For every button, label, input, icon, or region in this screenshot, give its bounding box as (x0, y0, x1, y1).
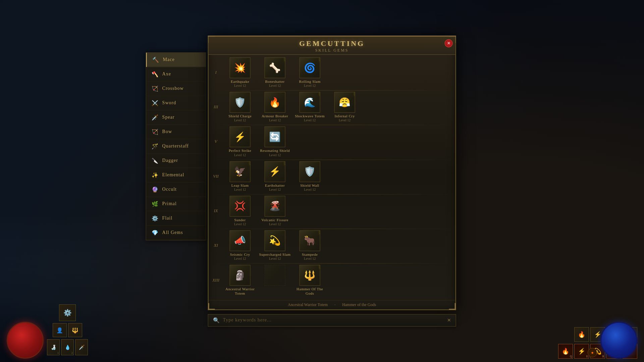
status-orb: ● (588, 348, 597, 357)
gem-cell-VII-0[interactable]: 🦅!Leap SlamLevel 12 (223, 161, 257, 191)
top-skill-1[interactable]: 🔥 (574, 327, 589, 342)
sidebar-item-dagger[interactable]: 🔪 Dagger (146, 154, 206, 168)
sidebar-item-crossbow[interactable]: 🏹 Crossbow (146, 81, 206, 96)
gem-cell-III-0[interactable]: 🛡️Shield ChargeLevel 12 (223, 92, 257, 122)
gem-icon-I-1: 🦴! (265, 57, 285, 78)
gem-icon-III-1: 🔥 (265, 92, 285, 113)
hud-bottom: ⚙️ 👤 🔱 🍶1 💧2 🗡️ 🔥 ⚡ 💀 🌀 🔥Q ⚡E 💫R 🌊T 🗡️ (0, 322, 644, 362)
quarterstaff-icon: 🪄 (152, 142, 159, 150)
gem-icon-III-2: 🌊! (300, 92, 320, 113)
gem-cell-VII-2[interactable]: 🛡️Shield WallLevel 12 (293, 161, 327, 191)
panel-subtitle: Skill Gems (209, 48, 455, 53)
row-label-XIII: XIII (210, 278, 222, 283)
skill-row-V: V⚡Perfect StrikeLevel 12🔄Resonating Shie… (210, 125, 454, 158)
gem-level-V-1: Level 12 (269, 153, 281, 157)
row-label-III: III (210, 105, 222, 110)
sidebar-item-occult[interactable]: 🔮 Occult (146, 182, 206, 197)
sidebar-item-flail[interactable]: ⚙️ Flail (146, 211, 206, 226)
gem-level-I-0: Level 12 (234, 84, 246, 87)
gem-icon-IX-0: 💢 (230, 196, 251, 217)
search-clear-button[interactable]: ✕ (447, 317, 451, 323)
gem-name-XI-0: Seismic Cry (230, 252, 250, 257)
gem-cell-I-0[interactable]: 💥EarthquakeLevel 12 (223, 57, 257, 87)
gem-cell-V-0[interactable]: ⚡Perfect StrikeLevel 12 (223, 127, 257, 157)
row-label-IX: IX (210, 208, 222, 214)
center-slot-3[interactable]: 🔱 (68, 323, 82, 337)
gem-cell-XIII-2[interactable]: 🔱!Hammer of the Gods (293, 265, 327, 296)
gem-name-XIII-2: Hammer of the Gods (293, 287, 327, 296)
sidebar-label-primal: Primal (162, 201, 177, 206)
skill-e[interactable]: ⚡E (574, 344, 589, 359)
gem-level-VII-2: Level 12 (304, 188, 316, 191)
close-button[interactable]: ✕ (445, 39, 453, 47)
crossbow-icon: 🏹 (152, 85, 159, 92)
gem-level-V-0: Level 12 (234, 153, 246, 157)
gem-name-I-2: Rolling Slam (299, 79, 320, 84)
gem-icon-XI-0: 📣 (230, 230, 251, 251)
gem-cell-I-2[interactable]: 🌀!Rolling SlamLevel 12 (293, 57, 327, 87)
search-input[interactable] (223, 317, 444, 323)
gem-cell-I-1[interactable]: 🦴!BoneshatterLevel 12 (258, 57, 292, 87)
sidebar-item-elemental[interactable]: ✨ Elemental (146, 168, 206, 182)
gem-cell-XI-1[interactable]: 💫Supercharged SlamLevel 12 (258, 230, 292, 260)
gem-name-I-1: Boneshatter (265, 79, 285, 84)
sidebar-label-occult: Occult (162, 187, 177, 192)
gem-cell-III-2[interactable]: 🌊!Shockwave TotemLevel 12 (293, 92, 327, 122)
item-slot-3[interactable]: 🗡️ (75, 339, 88, 355)
gem-name-VII-0: Leap Slam (231, 183, 249, 188)
gem-cell-XIII-0[interactable]: 🗿Ancestral Warrior Totem (223, 265, 257, 296)
weapon-sidebar: 🔨 Mace 🪓 Axe 🏹 Crossbow ⚔️ Sword 🗡️ Spea… (146, 52, 206, 240)
skill-q[interactable]: 🔥Q (558, 344, 573, 359)
gem-level-I-1: Level 12 (269, 84, 281, 87)
sidebar-label-elemental: Elemental (162, 172, 184, 178)
sidebar-item-primal[interactable]: 🌿 Primal (146, 197, 206, 211)
item-slots: 🍶1 💧2 🗡️ (47, 339, 88, 355)
gem-name-III-0: Shield Charge (228, 114, 252, 118)
row-cells-VII: 🦅!Leap SlamLevel 12⚡!EarthshatterLevel 1… (222, 160, 454, 193)
gem-exclaim-icon: ! (284, 161, 285, 166)
gem-exclaim-icon: ! (354, 92, 355, 97)
bottom-label-1: Ancestral Warrior Totem (288, 302, 328, 307)
gems-area[interactable]: I💥EarthquakeLevel 12🦴!BoneshatterLevel 1… (209, 55, 455, 300)
center-slot-2[interactable]: 👤 (53, 323, 67, 337)
gem-cell-VII-1[interactable]: ⚡!EarthshatterLevel 12 (258, 161, 292, 191)
gem-cell-XI-2[interactable]: 🐂!StampedeLevel 12 (293, 230, 327, 260)
sword-icon: ⚔️ (152, 99, 159, 107)
sidebar-item-all-gems[interactable]: 💎 All Gems (146, 226, 206, 240)
health-orb (7, 322, 44, 359)
gem-cell-IX-0[interactable]: 💢SunderLevel 12 (223, 196, 257, 226)
gem-level-IX-1: Level 12 (269, 222, 281, 226)
sidebar-label-all-gems: All Gems (162, 230, 183, 235)
axe-icon: 🪓 (152, 70, 159, 78)
bow-icon: 🏹 (152, 128, 159, 135)
hud-right: 🔥 ⚡ 💀 🌀 🔥Q ⚡E 💫R 🌊T 🗡️ ● (558, 327, 637, 359)
item-slot-1[interactable]: 🍶1 (47, 339, 60, 355)
item-slot-2[interactable]: 💧2 (61, 339, 74, 355)
gem-level-VII-0: Level 12 (234, 188, 246, 191)
sidebar-item-bow[interactable]: 🏹 Bow (146, 125, 206, 139)
sidebar-item-axe[interactable]: 🪓 Axe (146, 67, 206, 81)
panel-title: Gemcutting (209, 39, 455, 48)
sidebar-item-quarterstaff[interactable]: 🪄 Quarterstaff (146, 139, 206, 154)
sidebar-item-mace[interactable]: 🔨 Mace (146, 53, 206, 67)
gem-cell-III-3[interactable]: 😤!Infernal CryLevel 12 (328, 92, 362, 122)
sidebar-label-flail: Flail (162, 216, 173, 221)
gem-cell-XI-0[interactable]: 📣Seismic CryLevel 12 (223, 230, 257, 260)
center-slots: 👤 🔱 (53, 323, 82, 337)
elemental-icon: ✨ (152, 171, 159, 179)
search-bar: 🔍 ✕ (208, 314, 456, 326)
row-cells-III: 🛡️Shield ChargeLevel 12🔥Armour BreakerLe… (222, 90, 454, 123)
gem-cell-V-1[interactable]: 🔄Resonating ShieldLevel 12 (258, 127, 292, 157)
sidebar-item-spear[interactable]: 🗡️ Spear (146, 110, 206, 125)
sidebar-label-mace: Mace (163, 57, 175, 62)
sidebar-label-axe: Axe (162, 71, 171, 77)
gemcutting-panel: Gemcutting Skill Gems ✕ I💥EarthquakeLeve… (208, 36, 456, 310)
center-slot-1[interactable]: ⚙️ (59, 304, 76, 321)
gem-cell-IX-1[interactable]: 🌋Volcanic FissureLevel 12 (258, 196, 292, 226)
corner-bl (208, 303, 215, 310)
sidebar-item-sword[interactable]: ⚔️ Sword (146, 96, 206, 110)
gem-icon-III-0: 🛡️ (230, 92, 251, 113)
gem-cell-III-1[interactable]: 🔥Armour BreakerLevel 12 (258, 92, 292, 122)
skill-row-III: III🛡️Shield ChargeLevel 12🔥Armour Breake… (210, 90, 454, 123)
gem-name-IX-1: Volcanic Fissure (261, 218, 288, 222)
